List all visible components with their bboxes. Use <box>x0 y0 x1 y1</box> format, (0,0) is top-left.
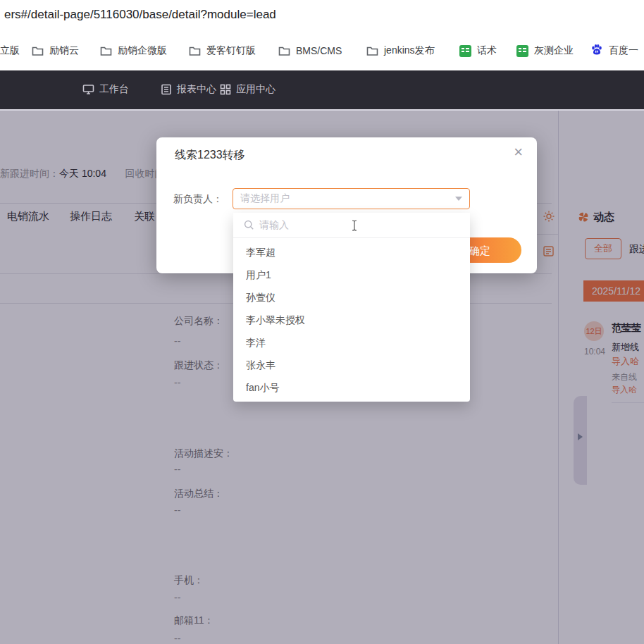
user-option[interactable]: fan小号 <box>233 376 470 399</box>
report-icon <box>161 84 172 95</box>
chevron-down-icon <box>455 197 462 201</box>
bookmark-item[interactable]: 立版 <box>0 42 20 59</box>
bookmark-item[interactable]: 爱客钉钉版 <box>189 42 256 59</box>
browser-address-bar[interactable]: ers#/detail-page/5116030/base/detail?mod… <box>0 0 644 31</box>
new-owner-label: 新负责人： <box>173 193 223 206</box>
monitor-icon <box>82 84 94 95</box>
bookmark-item[interactable]: 话术 <box>459 42 497 59</box>
bookmark-label: 励销企微版 <box>118 44 167 57</box>
user-select-dropdown: 请输入 李军超 用户1 孙萱仪 李小翠未授权 李洋 张永丰 fan小号 <box>233 213 470 402</box>
nav-item-label: 工作台 <box>99 83 129 96</box>
nav-item-reports[interactable]: 报表中心 <box>161 83 216 96</box>
bookmark-label: 励销云 <box>49 44 79 57</box>
nav-item-apps[interactable]: 应用中心 <box>220 83 275 96</box>
bookmark-label: 灰测企业 <box>534 44 574 57</box>
baidu-icon <box>590 44 603 58</box>
nav-item-label: 报表中心 <box>177 83 216 96</box>
nav-item-label: 应用中心 <box>236 83 275 96</box>
search-icon <box>244 220 254 233</box>
user-option[interactable]: 李小翠未授权 <box>233 309 470 331</box>
close-icon[interactable]: × <box>514 144 523 160</box>
dialog-title: 线索1233转移 <box>175 148 245 163</box>
user-option[interactable]: 用户1 <box>233 264 470 286</box>
bookmark-label: jenkins发布 <box>384 44 435 57</box>
bookmark-label: BMS/CMS <box>296 45 342 56</box>
folder-icon <box>32 46 44 56</box>
bookmark-item[interactable]: 励销云 <box>32 42 79 59</box>
folder-icon <box>278 46 290 56</box>
spreadsheet-icon <box>516 45 528 57</box>
user-option[interactable]: 李军超 <box>233 241 470 264</box>
bookmark-item[interactable]: 励销企微版 <box>100 42 167 59</box>
new-owner-select[interactable]: 请选择用户 <box>233 188 470 209</box>
select-placeholder: 请选择用户 <box>233 192 455 205</box>
user-option-list: 李军超 用户1 孙萱仪 李小翠未授权 李洋 张永丰 fan小号 <box>233 238 470 399</box>
url-text[interactable]: ers#/detail-page/5116030/base/detail?mod… <box>4 8 276 22</box>
grid-icon <box>220 84 231 95</box>
bookmark-item[interactable]: 灰测企业 <box>516 42 574 59</box>
search-placeholder: 请输入 <box>259 213 289 237</box>
user-option[interactable]: 张永丰 <box>233 354 470 376</box>
dropdown-search-input[interactable]: 请输入 <box>233 213 470 238</box>
bookmarks-bar: 立版 励销云 励销企微版 爱客钉钉版 BMS/CMS jenkins发布 话术 … <box>0 31 644 70</box>
folder-icon <box>189 46 201 56</box>
bookmark-item[interactable]: jenkins发布 <box>366 42 435 59</box>
folder-icon <box>100 46 112 56</box>
bookmark-item[interactable]: BMS/CMS <box>278 42 342 59</box>
spreadsheet-icon <box>459 45 471 57</box>
bookmark-item[interactable]: 百度一 <box>590 42 638 59</box>
app-top-nav: 工作台 报表中心 应用中心 <box>0 70 644 111</box>
bookmark-label: 立版 <box>0 44 20 57</box>
folder-icon <box>366 46 378 56</box>
bookmark-label: 爱客钉钉版 <box>206 44 256 57</box>
user-option[interactable]: 孙萱仪 <box>233 286 470 309</box>
nav-item-workbench[interactable]: 工作台 <box>82 83 129 96</box>
text-cursor-icon <box>350 219 359 235</box>
bookmark-label: 话术 <box>477 44 497 57</box>
user-option[interactable]: 李洋 <box>233 331 470 354</box>
bookmark-label: 百度一 <box>609 44 638 57</box>
